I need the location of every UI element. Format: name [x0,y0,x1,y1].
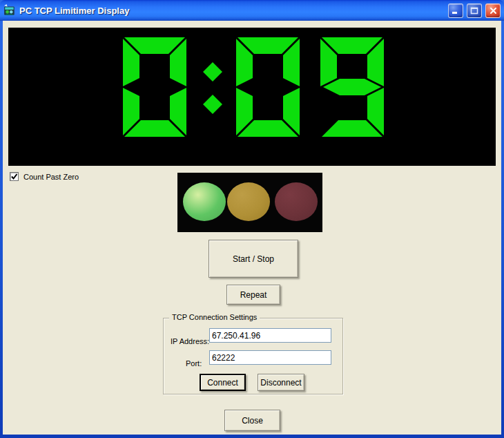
ip-address-label: IP Address: [171,337,209,345]
count-past-zero-label: Count Past Zero [23,173,79,181]
connect-button[interactable]: Connect [200,374,246,391]
client-area: Count Past Zero Start / Stop Repeat TCP … [3,21,501,435]
start-stop-button[interactable]: Start / Stop [209,240,298,278]
count-past-zero-row: Count Past Zero [10,172,79,181]
minimize-icon [452,7,460,15]
tcp-settings-title: TCP Connection Settings [169,313,260,321]
minimize-button[interactable] [448,3,463,18]
app-icon [3,4,16,17]
ip-address-input[interactable] [209,328,331,343]
disconnect-button[interactable]: Disconnect [258,374,304,391]
tcp-settings-groupbox: TCP Connection Settings IP Address: Port… [163,318,343,394]
app-window: PC TCP Limitimer Display Count Past Zero… [0,0,504,438]
timer-display-panel [8,28,496,166]
title-bar: PC TCP Limitimer Display [0,0,504,21]
close-button[interactable]: Close [224,410,280,431]
repeat-button[interactable]: Repeat [226,285,280,305]
port-label: Port: [186,359,202,368]
window-title: PC TCP Limitimer Display [19,6,445,16]
traffic-lights-panel [177,173,322,232]
port-input[interactable] [209,350,331,365]
amber-light [227,182,270,221]
red-light [275,182,318,221]
checkmark-icon [10,173,18,180]
seven-segment-display [8,28,496,166]
maximize-icon [470,7,478,15]
close-icon [490,7,497,15]
count-past-zero-checkbox[interactable] [10,172,19,181]
maximize-button[interactable] [467,3,482,18]
green-light [183,182,226,221]
close-window-button[interactable] [485,3,501,18]
